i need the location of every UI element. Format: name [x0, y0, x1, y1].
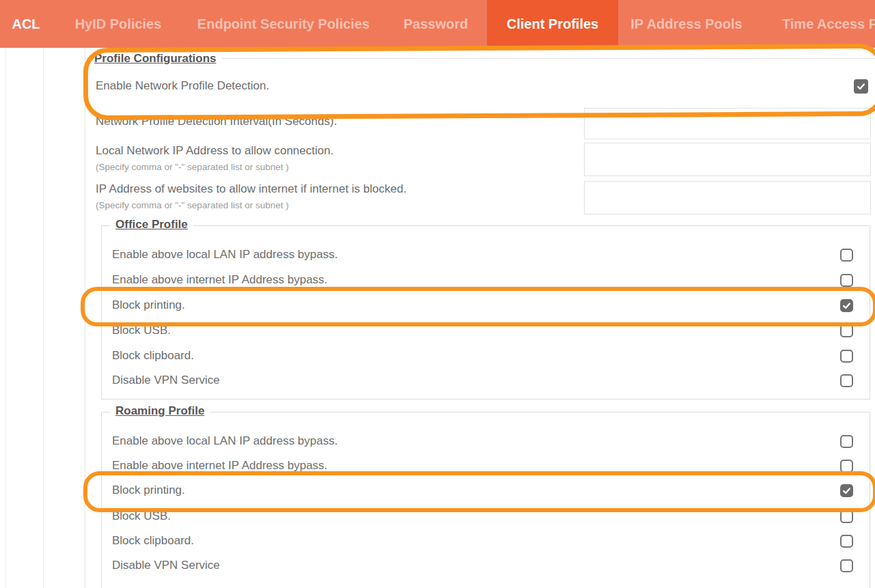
roaming-profile-section: Roaming Profile Enable above local LAN I… — [101, 412, 870, 588]
roaming-profile-legend: Roaming Profile — [110, 404, 210, 418]
block-clipboard-label: Block clipboard. — [112, 534, 194, 548]
tab-label: ACL — [12, 16, 40, 32]
tab-endpoint-security-policies[interactable]: Endpoint Security Policies — [184, 0, 383, 48]
roaming-checkbox-enable-above-local-lan-ip-address-bypass[interactable] — [840, 435, 853, 448]
office-checkbox-block-clipboard[interactable] — [840, 350, 853, 363]
profile-configurations-legend: Profile Configurations — [89, 52, 222, 66]
block-printing-label: Block printing. — [112, 298, 185, 312]
tab-password[interactable]: Password — [383, 0, 489, 48]
block-usb-label: Block USB. — [112, 509, 171, 523]
disable-vpn-service-label: Disable VPN Service — [112, 559, 220, 572]
tab-label: IP Address Pools — [630, 16, 742, 32]
tab-label: Time Access Fil — [782, 16, 875, 32]
divider-line — [5, 48, 6, 588]
divider-line — [43, 48, 44, 588]
local-network-ip-address-to-allow-connection-input[interactable] — [584, 143, 871, 176]
enable-above-internet-ip-address-bypass-label: Enable above internet IP Address bypass. — [112, 459, 327, 473]
office-checkbox-disable-vpn-service[interactable] — [840, 374, 853, 387]
tab-ip-address-pools[interactable]: IP Address Pools — [618, 0, 755, 48]
ip-address-of-websites-to-allow-internet-if-internet-is-blocked-label: IP Address of websites to allow internet… — [96, 182, 406, 196]
tab-acl[interactable]: ACL — [0, 0, 52, 48]
enable-above-local-lan-ip-address-bypass-label: Enable above local LAN IP address bypass… — [112, 434, 337, 448]
field-note: (Specify comma or "-" separated list or … — [96, 200, 289, 210]
tab-time-access-fil[interactable]: Time Access Fil — [755, 0, 875, 48]
office-checkbox-block-usb[interactable] — [840, 324, 853, 337]
field-note: (Specify comma or "-" separated list or … — [96, 162, 289, 172]
office-profile-legend: Office Profile — [110, 218, 193, 232]
enable-above-internet-ip-address-bypass-label: Enable above internet IP Address bypass. — [112, 273, 327, 287]
disable-vpn-service-label: Disable VPN Service — [112, 374, 220, 387]
tab-label: HyID Policies — [75, 16, 162, 32]
block-clipboard-label: Block clipboard. — [112, 349, 194, 363]
ip-address-of-websites-to-allow-internet-if-internet-is-blocked-input[interactable] — [584, 181, 871, 214]
enable-network-profile-detection-checkbox[interactable] — [854, 79, 868, 94]
tab-label: Password — [404, 16, 468, 32]
office-checkbox-enable-above-local-lan-ip-address-bypass[interactable] — [840, 249, 853, 262]
enable-above-local-lan-ip-address-bypass-label: Enable above local LAN IP address bypass… — [112, 248, 337, 262]
office-profile-section: Office Profile Enable above local LAN IP… — [101, 225, 870, 400]
roaming-checkbox-enable-above-internet-ip-address-bypass[interactable] — [840, 460, 853, 473]
local-network-ip-address-to-allow-connection-label: Local Network IP Address to allow connec… — [96, 144, 333, 158]
tab-hyid-policies[interactable]: HyID Policies — [52, 0, 184, 48]
network-profile-detection-interval-in-seconds-label: Network Profile Detection Interval(In Se… — [96, 115, 337, 128]
profile-configurations-left-border — [85, 48, 85, 588]
tab-label: Client Profiles — [507, 16, 598, 32]
tab-label: Endpoint Security Policies — [197, 16, 370, 32]
roaming-checkbox-disable-vpn-service[interactable] — [840, 559, 853, 572]
roaming-checkbox-block-usb[interactable] — [840, 510, 853, 523]
office-checkbox-enable-above-internet-ip-address-bypass[interactable] — [840, 274, 853, 287]
top-nav: ACLHyID PoliciesEndpoint Security Polici… — [0, 0, 875, 48]
roaming-checkbox-block-printing[interactable] — [840, 484, 853, 497]
block-printing-label: Block printing. — [112, 484, 185, 497]
roaming-checkbox-block-clipboard[interactable] — [840, 535, 853, 548]
tab-client-profiles[interactable]: Client Profiles — [487, 0, 618, 48]
office-checkbox-block-printing[interactable] — [840, 299, 853, 312]
enable-network-profile-detection-label: Enable Network Profile Detection. — [96, 79, 269, 93]
block-usb-label: Block USB. — [112, 324, 171, 337]
network-profile-detection-interval-in-seconds-input[interactable] — [584, 108, 871, 139]
